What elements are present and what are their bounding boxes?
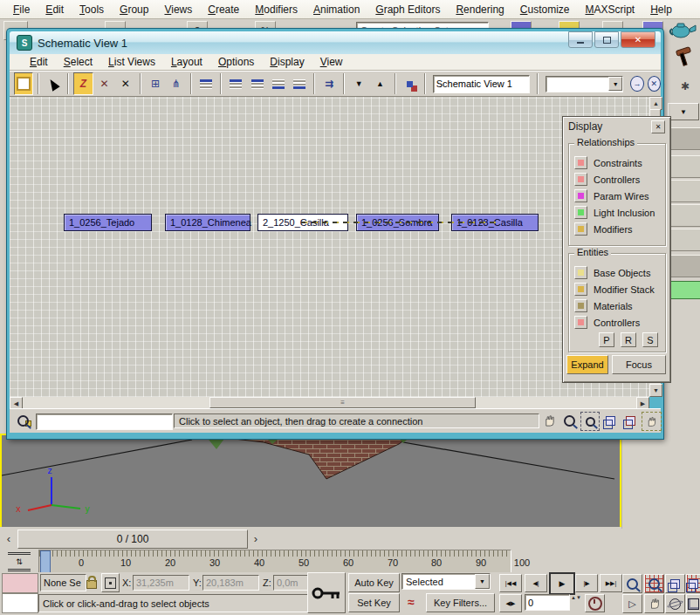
delete-bookmark-button[interactable]: ✕: [648, 76, 661, 92]
time-forward-button[interactable]: ›: [248, 530, 264, 548]
panel-button[interactable]: [669, 127, 700, 150]
zoom-region-button[interactable]: [580, 412, 600, 431]
rollout-dropdown-button[interactable]: ▼: [668, 103, 699, 120]
previous-frame-button[interactable]: ◀|: [525, 574, 547, 592]
schematic-menu-item[interactable]: Select: [56, 55, 100, 69]
main-menu-item[interactable]: Modifiers: [247, 2, 305, 17]
arrange-selected-button[interactable]: [248, 72, 267, 95]
shrink-selected-button[interactable]: ▼: [349, 72, 368, 95]
x-coordinate-field[interactable]: 31,235m: [133, 575, 189, 591]
zoom-extents-selected-button[interactable]: [621, 412, 639, 429]
entity-toggle-row[interactable]: Modifier Stack: [574, 281, 665, 297]
absolute-offset-toggle[interactable]: [101, 573, 120, 592]
key-filter-set-combo[interactable]: Selected ▼: [401, 573, 491, 590]
entity-toggle-row[interactable]: Base Objects: [574, 264, 665, 281]
time-configuration-button[interactable]: [585, 594, 605, 612]
default-tangent-button[interactable]: ≈: [401, 593, 421, 611]
delete-objects-button[interactable]: ✕: [116, 72, 135, 95]
field-of-view-button[interactable]: ▷: [622, 594, 642, 613]
floater-close-button[interactable]: ✕: [651, 120, 665, 133]
zoom-extents-button[interactable]: [601, 412, 619, 429]
main-menu-item[interactable]: MAXScript: [578, 2, 643, 17]
color-swatch-button[interactable]: [574, 173, 587, 186]
perspective-viewport[interactable]: z x y: [0, 434, 621, 530]
panel-button[interactable]: [669, 180, 700, 202]
relationship-toggle-row[interactable]: Modifiers: [574, 221, 665, 237]
bookmark-combo[interactable]: ▼: [546, 76, 623, 92]
zoom-button[interactable]: [622, 574, 642, 593]
next-bookmark-button[interactable]: →: [630, 76, 643, 92]
panel-button[interactable]: [669, 229, 700, 251]
always-arrange-button[interactable]: [196, 72, 216, 95]
main-menu-item[interactable]: Group: [112, 2, 156, 17]
relationship-toggle-row[interactable]: Constraints: [574, 154, 665, 171]
set-key-button[interactable]: Set Key: [348, 593, 400, 612]
zoom-extents-button[interactable]: [665, 574, 685, 593]
utilities-gear-icon[interactable]: ✱: [676, 79, 694, 94]
maximize-button[interactable]: [594, 31, 619, 48]
spinner-down-icon[interactable]: ▼: [576, 595, 581, 600]
zoom-tool-button[interactable]: [560, 412, 578, 429]
name-filter-input[interactable]: [36, 413, 173, 430]
relationship-toggle-row[interactable]: Controllers: [574, 171, 665, 188]
color-swatch-button[interactable]: [574, 299, 587, 312]
color-swatch-button[interactable]: [574, 206, 587, 219]
close-button[interactable]: ✕: [621, 31, 655, 48]
pan-view-button[interactable]: [644, 594, 664, 613]
references-mode-button[interactable]: ⋔: [167, 72, 186, 95]
open-mini-curve-editor-button[interactable]: ⇅: [3, 553, 35, 571]
arc-rotate-button[interactable]: [665, 594, 685, 613]
arrange-children-button[interactable]: [226, 72, 245, 95]
bookmark-dropdown-arrow[interactable]: ▼: [608, 77, 622, 91]
combo-dropdown-arrow[interactable]: ▼: [475, 574, 490, 589]
zoom-extents-all-button[interactable]: [686, 574, 700, 593]
color-swatch-button[interactable]: [574, 189, 587, 202]
main-menu-item[interactable]: File: [5, 2, 38, 17]
free-selected-button[interactable]: [290, 72, 309, 95]
mini-listener-script-pane[interactable]: [2, 593, 38, 613]
move-children-button[interactable]: ⇉: [319, 72, 339, 95]
main-menu-item[interactable]: Rendering: [448, 2, 511, 17]
go-to-start-button[interactable]: |◀◀: [499, 574, 522, 592]
selection-lock-toggle[interactable]: [85, 574, 98, 590]
panel-button[interactable]: [669, 204, 700, 227]
focus-button[interactable]: Focus: [612, 355, 666, 374]
color-swatch-button[interactable]: [574, 316, 587, 329]
floater-titlebar[interactable]: Display ✕: [566, 120, 668, 133]
schematic-menu-item[interactable]: List Views: [100, 55, 163, 69]
key-mode-toggle-button[interactable]: ◀▶: [499, 594, 522, 612]
main-menu-item[interactable]: Views: [156, 2, 200, 17]
main-menu-item[interactable]: Tools: [72, 2, 112, 17]
pan-button[interactable]: [540, 412, 558, 429]
go-to-end-button[interactable]: ▶▶|: [600, 574, 622, 592]
auto-key-button[interactable]: Auto Key: [348, 573, 400, 592]
panel-button[interactable]: [669, 255, 700, 277]
main-menu-item[interactable]: Edit: [38, 2, 72, 17]
teapot-icon[interactable]: [667, 17, 698, 40]
zoom-all-button[interactable]: [644, 574, 664, 593]
schematic-canvas[interactable]: 1_0256_Tejado 1_0128_Chimenea 2_1250_Cas…: [10, 97, 649, 397]
add-color-button[interactable]: [669, 281, 700, 299]
play-button[interactable]: ▶: [549, 572, 575, 595]
time-back-button[interactable]: ‹: [2, 530, 16, 548]
color-swatch-button[interactable]: [574, 222, 587, 236]
view-name-field[interactable]: [433, 75, 530, 93]
free-all-button[interactable]: [269, 72, 288, 95]
relationship-toggle-row[interactable]: Light Inclusion: [574, 204, 665, 221]
utilities-tab-hammer-icon[interactable]: [671, 45, 696, 68]
frame-counter-display[interactable]: 0 / 100: [17, 530, 248, 549]
set-keys-button[interactable]: [307, 572, 346, 613]
main-menu-item[interactable]: Create: [200, 2, 247, 17]
select-tool-button[interactable]: [44, 72, 63, 95]
schematic-window-titlebar[interactable]: S Schematic View 1 ✕: [10, 31, 661, 54]
expand-button[interactable]: Expand: [566, 355, 608, 374]
color-swatch-button[interactable]: [574, 283, 587, 296]
horizontal-scroll-thumb[interactable]: ≡: [209, 397, 476, 408]
main-menu-item[interactable]: Graph Editors: [367, 2, 448, 17]
key-filters-button[interactable]: Key Filters...: [426, 593, 495, 612]
schematic-node[interactable]: 1_0128_Chimenea: [165, 214, 250, 231]
schematic-menu-item[interactable]: Display: [262, 55, 312, 69]
main-menu-item[interactable]: Customize: [512, 2, 578, 17]
schematic-menu-item[interactable]: Options: [210, 55, 262, 69]
schematic-menu-item[interactable]: Edit: [22, 55, 56, 69]
